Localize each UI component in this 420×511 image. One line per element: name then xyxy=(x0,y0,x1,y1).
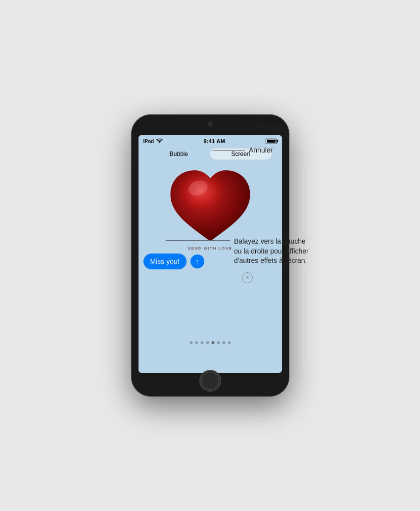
cancel-x-icon: ✕ xyxy=(245,275,249,280)
status-bar: iPod 9:41 AM xyxy=(139,135,282,147)
tab-bubble[interactable]: Bubble xyxy=(148,149,210,159)
dot-8 xyxy=(228,341,231,344)
wifi-icon xyxy=(156,139,163,144)
pagination-dots xyxy=(189,341,231,344)
status-left: iPod xyxy=(143,139,163,144)
annuler-label: Annuler xyxy=(249,146,273,154)
annotation-dots: Balayez vers la gaucheou la droite pour … xyxy=(166,237,309,266)
status-right xyxy=(266,139,277,144)
dot-3 xyxy=(200,341,203,344)
annuler-line xyxy=(213,150,245,151)
envoyer-line xyxy=(213,127,252,127)
dot-7 xyxy=(222,341,225,344)
annotation-annuler: Annuler xyxy=(213,146,273,154)
status-time: 9:41 AM xyxy=(203,138,225,144)
dot-6 xyxy=(217,341,220,344)
dot-2 xyxy=(195,341,198,344)
scene: iPod 9:41 AM xyxy=(0,0,420,511)
annotation-envoyer: Envoyer xyxy=(213,123,281,131)
carrier-label: iPod xyxy=(143,139,154,144)
dot-1 xyxy=(189,341,192,344)
dot-4 xyxy=(206,341,209,344)
battery-fill xyxy=(267,140,276,143)
front-camera xyxy=(208,121,213,126)
home-button-ring xyxy=(201,372,219,390)
dots-label: Balayez vers la gaucheou la droite pour … xyxy=(234,237,309,266)
battery-icon xyxy=(266,139,277,144)
envoyer-label: Envoyer xyxy=(256,123,281,131)
dots-line xyxy=(166,240,230,241)
home-button[interactable] xyxy=(199,370,221,392)
cancel-button[interactable]: ✕ xyxy=(242,272,253,283)
cancel-row: ✕ xyxy=(139,272,282,283)
dot-5 xyxy=(211,341,214,344)
